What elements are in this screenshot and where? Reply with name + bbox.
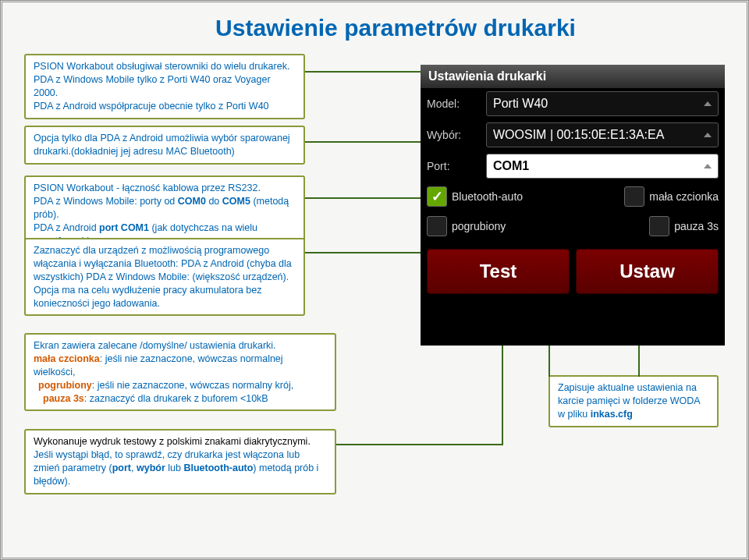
set-button[interactable]: Ustaw bbox=[576, 249, 719, 294]
note-test-print: Wykonanuje wydruk testowy z polskimi zna… bbox=[24, 429, 336, 494]
t: wybór bbox=[137, 463, 165, 473]
t: PDA z Windows Mobile: porty od bbox=[34, 196, 178, 207]
t: COM0 bbox=[178, 196, 206, 207]
note-default-settings: Ekran zawiera zalecane /domyślne/ ustawi… bbox=[24, 333, 336, 411]
text: PSION Workabout obsługiwał sterowniki do… bbox=[34, 61, 289, 72]
t: : jeśli nie zaznaczone, wówczas normalny… bbox=[92, 380, 293, 391]
note-save-settings: Zapisuje aktualne ustawienia na karcie p… bbox=[548, 375, 719, 427]
text: Jeśli wystąpi błąd, to sprawdź, czy druk… bbox=[34, 449, 318, 487]
check-bold[interactable]: pogrubiony bbox=[427, 216, 506, 236]
t: Bluetooth-auto bbox=[183, 463, 253, 473]
t: pogrubiony bbox=[38, 380, 92, 391]
note-drivers: PSION Workabout obsługiwał sterowniki do… bbox=[24, 54, 305, 119]
checkbox-icon bbox=[624, 186, 644, 207]
t: port bbox=[112, 463, 131, 473]
checkbox-icon bbox=[427, 216, 447, 236]
text: PDA z Android współpracuje obecnie tylko… bbox=[34, 101, 269, 112]
button-row: Test Ustaw bbox=[421, 241, 725, 300]
text: Opcja tylko dla PDA z Android umożliwia … bbox=[34, 133, 290, 157]
t: do bbox=[206, 196, 222, 207]
value: WOOSIM | 00:15:0E:E1:3A:EA bbox=[493, 128, 664, 141]
checkbox-icon bbox=[427, 186, 447, 207]
field-model[interactable]: Porti W40 bbox=[486, 91, 719, 116]
value: COM1 bbox=[493, 159, 529, 172]
label-port: Port: bbox=[427, 160, 480, 172]
phone-screenshot: Ustawienia drukarki Model: Porti W40 Wyb… bbox=[421, 65, 725, 346]
note-bluetooth-auto: Zaznaczyć dla urządzeń z możliwością pro… bbox=[24, 238, 305, 316]
row-check-2: pogrubiony pauza 3s bbox=[421, 211, 725, 241]
label: pauza 3s bbox=[674, 220, 719, 232]
t: : zaznaczyć dla drukarek z buforem <10kB bbox=[84, 393, 268, 404]
t: inkas.cfg bbox=[591, 409, 633, 420]
t: mała czcionka bbox=[34, 353, 100, 364]
note-paired-printer: Opcja tylko dla PDA z Android umożliwia … bbox=[24, 126, 305, 165]
row-model: Model: Porti W40 bbox=[421, 88, 725, 119]
text: PDA z Windows Mobile: porty od COM0 do C… bbox=[34, 196, 289, 220]
t: pauza 3s bbox=[43, 393, 84, 404]
label-choice: Wybór: bbox=[427, 129, 480, 141]
checkbox-icon bbox=[649, 216, 669, 236]
text: PDA z Windows Mobile tylko z Porti W40 o… bbox=[34, 74, 271, 98]
label: pogrubiony bbox=[452, 220, 506, 232]
text: PSION Workabout - łączność kablowa przez… bbox=[34, 183, 261, 193]
t: , bbox=[131, 463, 137, 473]
check-bluetooth-auto[interactable]: Bluetooth-auto bbox=[427, 186, 523, 207]
test-button[interactable]: Test bbox=[427, 249, 570, 294]
row-check-1: Bluetooth-auto mała czcionka bbox=[421, 182, 725, 211]
text: Zaznaczyć dla urządzeń z możliwością pro… bbox=[34, 245, 292, 309]
phone-header: Ustawienia drukarki bbox=[421, 65, 725, 88]
label: Bluetooth-auto bbox=[452, 190, 523, 203]
text: Ekran zawiera zalecane /domyślne/ ustawi… bbox=[34, 340, 276, 351]
t: lub bbox=[165, 463, 184, 473]
check-small-font[interactable]: mała czcionka bbox=[624, 186, 719, 207]
dropdown-caret-icon bbox=[704, 133, 712, 137]
t: COM5 bbox=[222, 196, 250, 207]
slide-title: Ustawienie parametrów drukarki bbox=[193, 15, 598, 41]
dropdown-caret-icon bbox=[704, 101, 712, 106]
check-pause[interactable]: pauza 3s bbox=[649, 216, 719, 236]
t: port COM1 bbox=[99, 222, 149, 233]
t: pogrubiony bbox=[38, 380, 92, 391]
field-port[interactable]: COM1 bbox=[486, 154, 719, 179]
label: mała czcionka bbox=[649, 190, 719, 203]
row-choice: Wybór: WOOSIM | 00:15:0E:E1:3A:EA bbox=[421, 119, 725, 151]
row-port: Port: COM1 bbox=[421, 151, 725, 182]
t: pauza 3s bbox=[43, 393, 84, 404]
t: mała czcionka bbox=[34, 353, 100, 364]
value: Porti W40 bbox=[493, 97, 548, 110]
text: Wykonanuje wydruk testowy z polskimi zna… bbox=[34, 436, 311, 447]
label-model: Model: bbox=[427, 97, 480, 110]
dropdown-caret-icon bbox=[704, 164, 712, 168]
t: PDA z Android bbox=[34, 222, 99, 233]
field-choice[interactable]: WOOSIM | 00:15:0E:E1:3A:EA bbox=[486, 122, 719, 147]
